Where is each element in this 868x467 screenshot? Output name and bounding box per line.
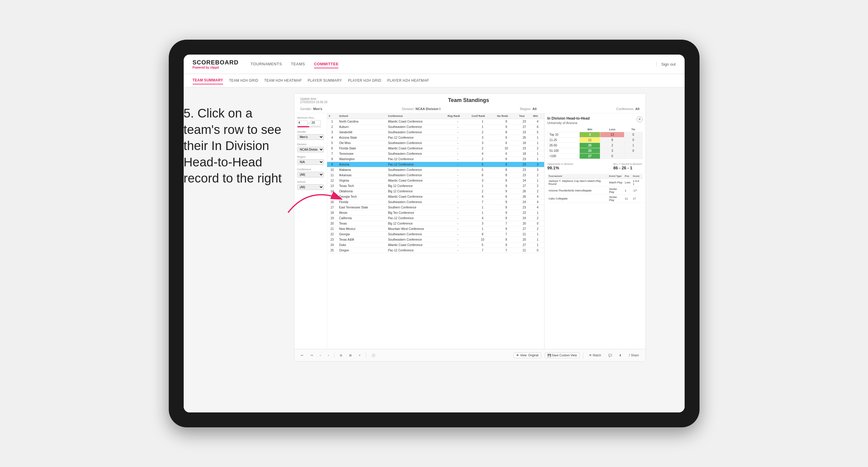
filter-slider[interactable] xyxy=(297,126,321,127)
cell-num: 21 xyxy=(327,226,338,232)
filter-division-select[interactable]: NCAA Division I xyxy=(297,147,324,152)
cell-no-rnds: 6 xyxy=(495,141,517,146)
cell-tour: 23 xyxy=(517,167,531,173)
cell-no-rnds: 8 xyxy=(495,178,517,183)
table-row[interactable]: 9 Arizona Pac-12 Conference - 5 8 23 3 xyxy=(327,162,544,167)
sub-nav-team-summary[interactable]: TEAM SUMMARY xyxy=(193,76,223,84)
history-button[interactable]: 🕐 xyxy=(370,353,377,358)
sub-nav-player-summary[interactable]: PLAYER SUMMARY xyxy=(308,77,342,84)
copy-button[interactable]: ⧉ xyxy=(338,353,344,358)
cell-reg-rank: - xyxy=(446,151,470,157)
filter-min-rounds-input[interactable] xyxy=(297,120,308,125)
cell-win: 1 xyxy=(531,210,544,216)
sub-nav-player-h2h-heatmap[interactable]: PLAYER H2H HEATMAP xyxy=(388,77,429,84)
table-row[interactable]: 10 Alabama Southeastern Conference - 5 8… xyxy=(327,167,544,173)
table-row[interactable]: 11 Arkansas Southeastern Conference - 6 … xyxy=(327,173,544,178)
cell-conf-rank: 3 xyxy=(470,141,495,146)
table-row[interactable]: 1 North Carolina Atlantic Coast Conferen… xyxy=(327,119,544,124)
table-row[interactable]: 12 Virginia Atlantic Coast Conference - … xyxy=(327,178,544,183)
cell-no-rnds: 9 xyxy=(495,210,517,216)
sign-out-button[interactable]: Sign out xyxy=(657,62,676,66)
filter-conference-select[interactable]: (All) xyxy=(297,172,324,178)
filter-region-select[interactable]: N/A xyxy=(297,159,324,165)
table-row[interactable]: 7 Tennessee Southeastern Conference - 4 … xyxy=(327,151,544,157)
filter-gender-select[interactable]: Men's xyxy=(297,134,324,140)
table-row[interactable]: 2 Auburn Southeastern Conference - 1 9 2… xyxy=(327,124,544,130)
cell-num: 12 xyxy=(327,178,338,183)
cell-num: 1 xyxy=(327,119,338,124)
h2h-close-button[interactable]: ✕ xyxy=(637,116,643,122)
save-custom-view-button[interactable]: 💾 Save Custom View xyxy=(545,352,580,358)
paste-button[interactable]: ⊞ xyxy=(347,353,353,358)
undo-button[interactable]: ↩ xyxy=(299,353,305,358)
table-row[interactable]: 3 Vanderbilt Southeastern Conference - 2… xyxy=(327,130,544,135)
cell-school: Texas A&M xyxy=(337,237,386,243)
table-row[interactable]: 24 Duke Atlantic Coast Conference - 5 9 … xyxy=(327,243,544,248)
logo-title: SCOREBOARD xyxy=(193,59,239,66)
cell-tour: 24 xyxy=(517,178,531,183)
view-original-button[interactable]: 👁 View: Original xyxy=(514,352,541,358)
cell-school: Oklahoma xyxy=(337,189,386,194)
cell-reg-rank: - xyxy=(446,248,470,253)
sub-nav: TEAM SUMMARY TEAM H2H GRID TEAM H2H HEAT… xyxy=(184,74,685,87)
tour-col-pos: Pos xyxy=(623,174,631,179)
nav-tournaments[interactable]: TOURNAMENTS xyxy=(250,60,282,68)
cell-conf-rank: 1 xyxy=(470,124,495,130)
watch-button[interactable]: 👁 Watch xyxy=(587,353,603,358)
h2h-cell-loss: 2 xyxy=(600,143,624,148)
table-row[interactable]: 14 Oklahoma Big 12 Conference - 2 9 26 2 xyxy=(327,189,544,194)
cell-tour: 24 xyxy=(517,216,531,221)
instruction-text: 5. Click on a team's row to see their In… xyxy=(184,105,288,187)
table-row[interactable]: 16 Florida Southeastern Conference - 7 9… xyxy=(327,199,544,205)
cell-num: 20 xyxy=(327,221,338,226)
card-meta: Gender: Men's Division: NCAA Division I … xyxy=(300,107,640,111)
table-row[interactable]: 13 Texas Tech Big 12 Conference - 1 9 27… xyxy=(327,183,544,189)
cell-tour: 23 xyxy=(517,119,531,124)
cell-win: 3 xyxy=(531,167,544,173)
table-row[interactable]: 17 East Tennessee State Southern Confere… xyxy=(327,205,544,210)
sub-nav-player-h2h-grid[interactable]: PLAYER H2H GRID xyxy=(348,77,381,84)
table-row[interactable]: 5 Ole Miss Southeastern Conference - 3 6… xyxy=(327,141,544,146)
tour-cell-score: 17 xyxy=(631,195,642,203)
comment-button[interactable]: 💬 xyxy=(607,353,614,358)
plus-button[interactable]: + xyxy=(357,353,362,358)
table-row[interactable]: 6 Florida State Atlantic Coast Conferenc… xyxy=(327,146,544,151)
table-row[interactable]: 21 New Mexico Mountain West Conference -… xyxy=(327,226,544,232)
cell-conference: Southeastern Conference xyxy=(386,130,446,135)
undo2-button[interactable]: ↪ xyxy=(309,353,315,358)
sub-nav-team-h2h-grid[interactable]: TEAM H2H GRID xyxy=(229,77,258,84)
cell-no-rnds: 8 xyxy=(495,216,517,221)
table-row[interactable]: 20 Texas Big 12 Conference - 3 7 20 0 xyxy=(327,221,544,226)
tour-cell-name: Jackson T. Stephens Cup Men's Match-Play… xyxy=(548,179,608,187)
download-button[interactable]: ⬇ xyxy=(617,353,623,358)
table-row[interactable]: 4 Arizona State Pac-12 Conference - 3 9 … xyxy=(327,135,544,141)
tour-col-name: Tournament xyxy=(548,174,608,179)
cell-win: 1 xyxy=(531,178,544,183)
cell-conference: Big 12 Conference xyxy=(386,189,446,194)
standings-tbody: 1 North Carolina Atlantic Coast Conferen… xyxy=(327,119,544,253)
cell-no-rnds: 7 xyxy=(495,232,517,237)
share-button[interactable]: ⤴ Share xyxy=(627,353,641,358)
cell-reg-rank: - xyxy=(446,199,470,205)
cell-conf-rank: 5 xyxy=(470,162,495,167)
nav-committee[interactable]: COMMITTEE xyxy=(314,60,339,68)
tour-cell-score: 2-3-0 1 xyxy=(631,179,642,187)
filter-max-rounds-input[interactable] xyxy=(310,120,321,125)
sub-nav-team-h2h-heatmap[interactable]: TEAM H2H HEATMAP xyxy=(264,77,302,84)
table-row[interactable]: 8 Washington Pac-12 Conference - 2 8 23 … xyxy=(327,157,544,162)
h2h-header-row: Win Loss Tie xyxy=(548,127,642,132)
table-row[interactable]: 22 Georgia Southeastern Conference - 8 7… xyxy=(327,232,544,237)
table-row[interactable]: 25 Oregon Pac-12 Conference - 7 7 21 0 xyxy=(327,248,544,253)
cell-conf-rank: 1 xyxy=(470,226,495,232)
cell-conf-rank: 2 xyxy=(470,189,495,194)
table-row[interactable]: 15 Georgia Tech Atlantic Coast Conferenc… xyxy=(327,194,544,199)
table-row[interactable]: 18 Illinois Big Ten Conference - 1 9 23 … xyxy=(327,210,544,216)
cell-conf-rank: 3 xyxy=(470,135,495,141)
prev-button[interactable]: ‹ xyxy=(318,353,322,358)
next-button[interactable]: › xyxy=(326,353,331,358)
nav-teams[interactable]: TEAMS xyxy=(291,60,305,68)
h2h-opponents-stat: Opponents in division: 99.1% xyxy=(548,162,574,170)
card-header: Update time: 27/03/2024 16:56:26 Team St… xyxy=(294,94,646,113)
table-row[interactable]: 19 California Pac-12 Conference - 4 8 24… xyxy=(327,216,544,221)
table-row[interactable]: 23 Texas A&M Southeastern Conference - 1… xyxy=(327,237,544,243)
